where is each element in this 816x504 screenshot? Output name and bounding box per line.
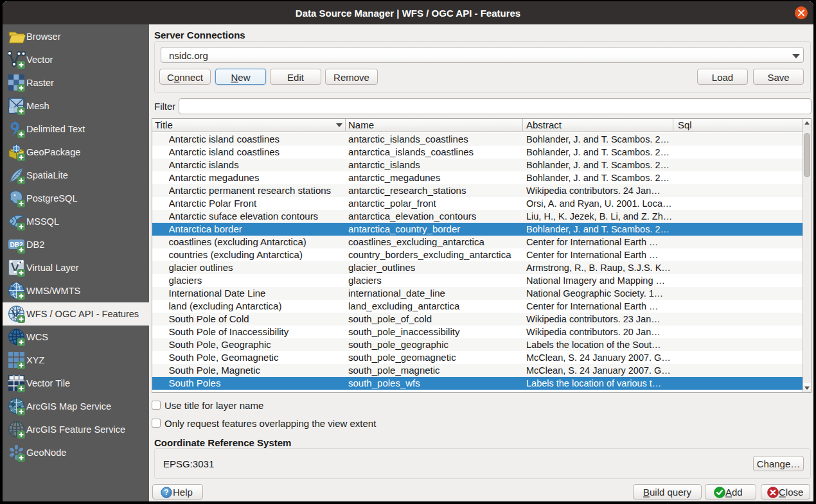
svg-text:?: ? xyxy=(164,488,168,497)
